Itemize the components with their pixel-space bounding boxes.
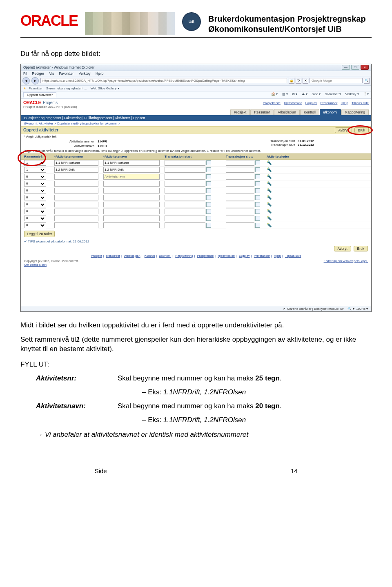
tab-rapportering[interactable]: Rapportering [341, 109, 369, 115]
about-link[interactable]: Om denne siden [24, 263, 47, 267]
calendar-icon[interactable] [206, 174, 211, 179]
calendar-icon[interactable] [255, 167, 260, 172]
tab-okonomi[interactable]: Økonomi [320, 109, 341, 115]
link-hjelp[interactable]: Hjelp [341, 101, 348, 105]
rammeniva-select[interactable]: 0 [24, 174, 46, 180]
aktivitetsnummer-input[interactable] [54, 202, 98, 207]
aktivitetsnavn-input[interactable] [103, 202, 160, 207]
tslutt-input[interactable] [226, 160, 254, 166]
aktivitetsnummer-input[interactable] [54, 209, 98, 214]
tstart-input[interactable] [165, 202, 205, 207]
aktivitetsnavn-input[interactable] [103, 188, 160, 193]
aktivitetsnavn-input[interactable] [103, 167, 160, 173]
tslutt-input[interactable] [226, 181, 254, 187]
tab-prosjekt[interactable]: Prosjekt [230, 109, 250, 115]
menu-rediger[interactable]: Rediger [32, 71, 44, 76]
close-button[interactable]: × [361, 65, 369, 70]
calendar-icon[interactable] [206, 216, 211, 221]
lookup-icon[interactable]: 🔦 [267, 223, 272, 227]
link-tilpass[interactable]: Tilpass side [352, 101, 369, 105]
calendar-icon[interactable] [206, 209, 211, 214]
fl-6[interactable]: Prosjektliste [197, 254, 214, 258]
sub-nav[interactable]: Budsjetter og prognoser | Fakturering | … [21, 115, 371, 121]
fl-3[interactable]: Kontroll [145, 254, 155, 258]
rammeniva-select[interactable]: 0 [24, 209, 46, 214]
rammeniva-select[interactable]: 0 [24, 216, 46, 221]
rammeniva-select[interactable]: 0 [24, 202, 46, 207]
add-rows-button[interactable]: Legg til 20 rader [24, 231, 55, 237]
apply-button-bottom[interactable]: Bruk [354, 246, 368, 251]
fl-7[interactable]: Hjemmeside [218, 254, 235, 258]
tslutt-input[interactable] [226, 216, 254, 221]
aktivitetsnavn-input[interactable] [103, 181, 160, 187]
fl-10[interactable]: Hjelp [274, 254, 281, 258]
tslutt-input[interactable] [226, 222, 254, 228]
tslutt-input[interactable] [226, 209, 254, 214]
fl-4[interactable]: Økonomi [159, 254, 171, 258]
lookup-icon[interactable]: 🔦 [267, 174, 272, 179]
url-field[interactable]: https://oakurs.uio.no:8026/OA_HTML/OA.js… [40, 78, 287, 83]
fl-2[interactable]: Arbeidsplan [124, 254, 140, 258]
calendar-icon[interactable] [255, 195, 260, 200]
aktivitetsnummer-input[interactable] [54, 174, 98, 180]
lookup-icon[interactable]: 🔦 [267, 167, 272, 172]
aktivitetsnummer-input[interactable] [54, 222, 98, 228]
ie-side[interactable]: Side [312, 92, 318, 96]
aktivitetsnavn-input[interactable] [103, 174, 160, 180]
home-icon[interactable]: 🏠 ▾ [271, 92, 278, 96]
cancel-button-bottom[interactable]: Avbryt [334, 246, 351, 251]
calendar-icon[interactable] [255, 223, 260, 228]
calendar-icon[interactable] [255, 174, 260, 179]
aktivitetsnummer-input[interactable] [54, 216, 98, 221]
calendar-icon[interactable] [255, 188, 260, 193]
fav-item-1[interactable]: Svømmekurs og nyheter i ... [46, 87, 87, 90]
rammeniva-select[interactable]: 0 [24, 188, 46, 193]
link-loggav[interactable]: Logg av [305, 101, 317, 105]
menu-fil[interactable]: Fil [23, 71, 27, 76]
rammeniva-select[interactable]: 0 [24, 222, 46, 228]
aktivitetsnummer-input[interactable] [54, 195, 98, 200]
calendar-icon[interactable] [255, 160, 260, 165]
rammeniva-select[interactable]: 0 [24, 195, 46, 200]
calendar-icon[interactable] [206, 181, 211, 186]
privacy-link[interactable]: Erklæring om vern av pers. oppl. [324, 259, 368, 267]
lookup-icon[interactable]: 🔦 [267, 160, 272, 165]
calendar-icon[interactable] [206, 202, 211, 207]
aktivitetsnavn-input[interactable] [103, 160, 160, 166]
maximize-button[interactable]: □ [351, 65, 359, 70]
fl-0[interactable]: Prosjekt [91, 254, 102, 258]
ie-sikkerhet[interactable]: Sikkerhet [325, 92, 339, 96]
calendar-icon[interactable] [255, 202, 260, 207]
calendar-icon[interactable] [206, 167, 211, 172]
calendar-icon[interactable] [206, 188, 211, 193]
lookup-icon[interactable]: 🔦 [267, 202, 272, 207]
lookup-icon[interactable]: 🔦 [267, 195, 272, 200]
minimize-button[interactable]: — [342, 65, 350, 70]
tslutt-input[interactable] [226, 195, 254, 200]
menu-favoritter[interactable]: Favoritter [59, 71, 74, 76]
tslutt-input[interactable] [226, 188, 254, 193]
fl-5[interactable]: Rapportering [175, 254, 193, 258]
search-field[interactable]: Google Norge [310, 78, 363, 83]
aktivitetsnummer-input[interactable] [54, 167, 98, 173]
tab-arbeidsplan[interactable]: Arbeidsplan [274, 109, 300, 115]
menu-vis[interactable]: Vis [49, 71, 54, 76]
ie-verktoy[interactable]: Verktøy [345, 92, 356, 96]
link-prosjektliste[interactable]: Prosjektliste [263, 101, 281, 105]
refresh-icon[interactable]: ↻ [296, 78, 301, 84]
tab-ressurser[interactable]: Ressurser [250, 109, 274, 115]
tstart-input[interactable] [165, 216, 205, 221]
tstart-input[interactable] [165, 209, 205, 214]
link-preferanser[interactable]: Preferanser [321, 101, 338, 105]
ie-menubar[interactable]: Fil Rediger Vis Favoritter Verktøy Hjelp [21, 71, 371, 76]
calendar-icon[interactable] [206, 195, 211, 200]
lookup-icon[interactable]: 🔦 [267, 216, 272, 220]
aktivitetsnummer-input[interactable] [54, 181, 98, 187]
lookup-icon[interactable]: 🔦 [267, 209, 272, 213]
aktivitetsnavn-input[interactable] [103, 209, 160, 214]
calendar-icon[interactable] [255, 181, 260, 186]
tslutt-input[interactable] [226, 174, 254, 180]
aktivitetsnavn-input[interactable] [103, 195, 160, 200]
fav-item-2[interactable]: Web Slice Gallery [91, 87, 116, 90]
search-go-icon[interactable]: 🔍 [364, 78, 370, 84]
